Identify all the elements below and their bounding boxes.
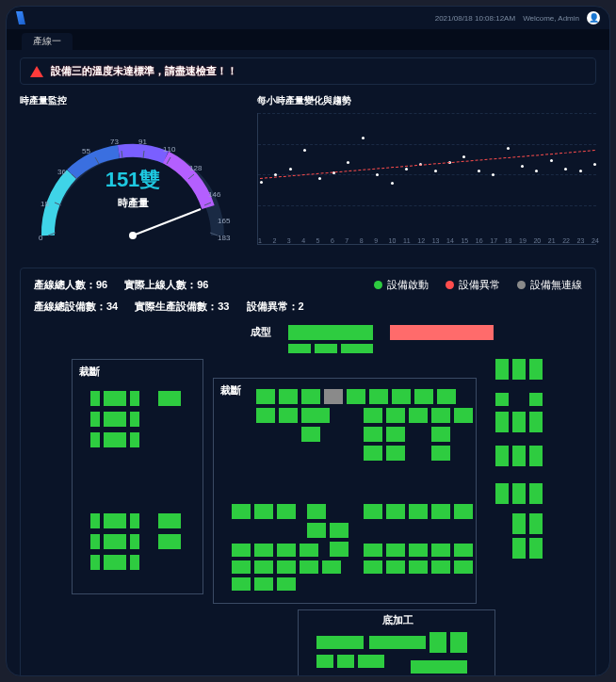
machine[interactable] — [158, 513, 181, 528]
machine[interactable] — [358, 655, 384, 668]
machine[interactable] — [529, 483, 543, 504]
machine[interactable] — [90, 412, 100, 427]
machine[interactable] — [369, 636, 426, 649]
machine[interactable] — [512, 513, 526, 534]
machine[interactable] — [254, 577, 273, 591]
machine[interactable] — [454, 504, 473, 519]
machine[interactable] — [158, 391, 181, 406]
machine[interactable] — [316, 655, 333, 668]
machine[interactable] — [364, 427, 382, 442]
machine[interactable] — [364, 544, 382, 557]
machine[interactable] — [431, 446, 450, 461]
machine[interactable] — [300, 560, 318, 574]
machine[interactable] — [409, 504, 428, 519]
machine[interactable] — [364, 446, 382, 461]
machine[interactable] — [301, 408, 330, 423]
machine[interactable] — [386, 446, 405, 461]
machine[interactable] — [409, 544, 428, 557]
machine-abnormal[interactable] — [390, 325, 494, 340]
machine[interactable] — [454, 560, 473, 574]
machine[interactable] — [512, 538, 526, 559]
machine[interactable] — [279, 408, 298, 423]
machine[interactable] — [232, 544, 251, 557]
machine[interactable] — [307, 504, 326, 519]
machine[interactable] — [104, 513, 126, 528]
machine[interactable] — [409, 560, 428, 574]
machine[interactable] — [279, 389, 298, 404]
machine[interactable] — [347, 389, 365, 404]
machine[interactable] — [431, 427, 450, 442]
avatar[interactable]: 👤 — [587, 11, 600, 24]
machine[interactable] — [256, 408, 275, 423]
machine[interactable] — [232, 504, 251, 519]
machine[interactable] — [254, 544, 273, 557]
machine[interactable] — [315, 344, 337, 353]
machine[interactable] — [529, 412, 543, 432]
machine[interactable] — [364, 504, 382, 519]
machine[interactable] — [130, 534, 139, 549]
machine[interactable] — [337, 655, 354, 668]
machine[interactable] — [495, 359, 509, 380]
machine[interactable] — [495, 393, 509, 406]
machine[interactable] — [288, 344, 311, 353]
machine[interactable] — [529, 393, 543, 406]
machine[interactable] — [277, 577, 296, 591]
machine[interactable] — [90, 513, 100, 528]
machine[interactable] — [277, 560, 296, 574]
machine[interactable] — [386, 408, 405, 423]
machine[interactable] — [454, 544, 473, 557]
machine[interactable] — [495, 483, 509, 504]
machine[interactable] — [409, 408, 428, 423]
machine[interactable] — [90, 534, 100, 549]
machine[interactable] — [130, 432, 139, 447]
machine[interactable] — [512, 412, 526, 432]
machine[interactable] — [437, 389, 456, 404]
machine[interactable] — [330, 542, 349, 557]
machine[interactable] — [450, 632, 467, 653]
machine[interactable] — [386, 504, 405, 519]
machine[interactable] — [454, 408, 473, 423]
machine[interactable] — [512, 483, 526, 504]
machine[interactable] — [386, 560, 405, 574]
machine[interactable] — [104, 555, 126, 570]
machine[interactable] — [414, 389, 433, 404]
machine[interactable] — [411, 660, 467, 674]
machine[interactable] — [369, 389, 388, 404]
machine[interactable] — [254, 560, 273, 574]
machine[interactable] — [386, 544, 405, 557]
machine[interactable] — [130, 513, 139, 528]
machine[interactable] — [495, 412, 509, 432]
machine-offline[interactable] — [324, 389, 343, 404]
machine[interactable] — [322, 560, 341, 574]
machine[interactable] — [301, 427, 320, 442]
machine[interactable] — [430, 632, 446, 653]
machine[interactable] — [254, 504, 273, 519]
machine[interactable] — [256, 389, 275, 404]
machine[interactable] — [364, 560, 382, 574]
machine[interactable] — [529, 359, 543, 380]
machine[interactable] — [90, 391, 100, 406]
machine[interactable] — [232, 560, 251, 574]
machine[interactable] — [104, 534, 126, 549]
machine[interactable] — [392, 389, 411, 404]
machine[interactable] — [431, 544, 450, 557]
machine[interactable] — [300, 544, 318, 557]
machine[interactable] — [330, 523, 349, 538]
machine[interactable] — [529, 446, 543, 466]
machine[interactable] — [90, 432, 100, 447]
machine[interactable] — [431, 408, 450, 423]
machine[interactable] — [90, 555, 100, 570]
machine[interactable] — [104, 432, 126, 447]
machine[interactable] — [158, 534, 181, 549]
machine[interactable] — [386, 427, 405, 442]
machine[interactable] — [307, 523, 326, 538]
machine[interactable] — [301, 389, 320, 404]
machine[interactable] — [288, 325, 373, 340]
machine[interactable] — [277, 504, 296, 519]
machine[interactable] — [512, 446, 526, 466]
machine[interactable] — [529, 538, 543, 559]
machine[interactable] — [529, 513, 543, 534]
machine[interactable] — [316, 636, 364, 649]
machine[interactable] — [431, 504, 450, 519]
machine[interactable] — [495, 446, 509, 466]
